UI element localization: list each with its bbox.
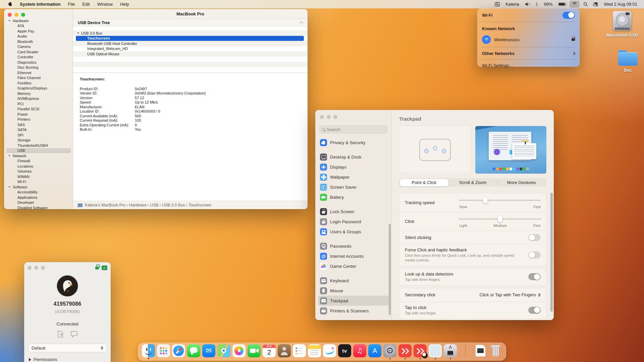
dock-app-icon[interactable] [465,345,466,357]
desktop-icon-macintosh-ssd[interactable]: Macintosh SSD [605,11,639,38]
dock-app-icon[interactable] [398,344,412,357]
usb-tree-row[interactable]: Touchscreen [73,36,308,41]
dock-item[interactable] [277,344,292,359]
sysinfo-category-item[interactable]: SATA [4,127,73,133]
force-click-toggle[interactable] [528,251,541,258]
settings-sidebar-item[interactable]: Passwords [318,241,389,251]
sidebar-scrollbar[interactable] [389,224,391,315]
dock-app-icon[interactable] [414,344,427,357]
wifi-menu-icon[interactable] [570,1,580,8]
sysinfo-category-item[interactable]: Volumes [4,169,73,174]
usb-tree-row[interactable]: Integrated_Webcam_HD [73,46,308,52]
zoom-button[interactable] [21,13,25,17]
settings-sidebar-item[interactable]: Printers & Scanners [318,306,389,316]
dock-app-icon[interactable]: ♫ [353,344,366,357]
dock-item[interactable] [458,345,473,359]
dock-app-icon[interactable] [278,344,291,357]
dock-item[interactable] [428,344,443,359]
sysinfo-category-item[interactable]: Ethernet [4,70,73,75]
settings-sidebar-item[interactable]: Keyboard [318,276,389,286]
dock-item[interactable] [216,344,231,359]
dock-app-icon[interactable] [248,344,261,357]
dock-app-icon[interactable] [489,344,502,357]
sysinfo-category-item[interactable]: NVMExpress [4,96,73,102]
usb-tree-row[interactable]: USB 3.0 Bus [73,31,308,36]
dock-app-icon[interactable]: ✉ [202,344,215,357]
dock-app-icon[interactable] [157,344,170,357]
chat-icon[interactable] [70,330,78,338]
sysinfo-category-item[interactable]: SAS [4,122,73,127]
dock-item[interactable] [322,344,337,359]
sysinfo-category-item[interactable]: Disc Burning [4,65,73,70]
dock-item[interactable] [247,344,262,359]
settings-sidebar-item[interactable]: Game Center [318,261,389,271]
zoom-button[interactable] [41,266,45,270]
dock-item[interactable] [156,344,171,359]
menu-help[interactable]: Help [116,1,133,8]
settings-sidebar-item[interactable]: Users & Groups [318,227,389,237]
dock-item[interactable] [141,344,156,359]
bluetooth-icon[interactable]: ᛒ [534,1,540,7]
usb-tree-row[interactable]: USB Optical Mouse [73,51,308,57]
usb-tree-row[interactable] [73,62,308,67]
sysinfo-category-item[interactable]: Firewall [4,159,73,164]
settings-sidebar-item[interactable]: Battery [318,192,389,202]
menu-clock[interactable]: Wed 2 Aug 09:01 [602,1,639,8]
dock-app-icon[interactable] [323,344,336,357]
desktop-icon-doc-folder[interactable]: Doc [614,50,641,73]
sysinfo-category-item[interactable]: USB [4,148,73,154]
spotlight-search-icon[interactable] [582,1,589,7]
sysinfo-category-item[interactable]: FireWire [4,80,73,86]
sysinfo-category-item[interactable]: Wi-Fi [4,179,73,185]
apple-menu-icon[interactable] [4,0,16,8]
dock-app-icon[interactable] [293,344,306,357]
dock-app-icon[interactable] [429,344,442,357]
dock-item[interactable] [397,344,413,359]
close-button[interactable] [28,266,32,270]
secondary-click-popup[interactable]: Click or Tap with Two Fingers [479,292,541,297]
close-button[interactable] [8,13,12,17]
sysinfo-category-item[interactable]: Camera [4,44,73,50]
close-button[interactable] [320,115,324,119]
sysinfo-category-item[interactable]: Disabled Software [4,205,73,209]
dock-item[interactable] [186,344,201,359]
sysinfo-category-item[interactable]: WWAN [4,174,73,179]
settings-sidebar-item[interactable]: Screen Saver [318,182,389,192]
dock-app-icon[interactable]: ⚙ [383,344,396,357]
dock-item[interactable] [413,344,428,359]
dock-app-icon[interactable]: A [368,344,381,357]
slider-thumb[interactable] [483,196,488,204]
usb-tree-row[interactable] [73,57,308,62]
sysinfo-category-item[interactable]: Developer [4,200,73,205]
tab-point-and-click[interactable]: Point & Click [400,179,448,186]
dock-app-icon[interactable]: tv [338,344,351,357]
dock-app-icon[interactable] [232,344,246,357]
dock-item[interactable]: A [367,344,382,359]
dock-app-icon[interactable]: Λ [444,344,457,357]
dock-item[interactable]: AUG 2 [262,344,277,359]
settings-sidebar-item[interactable]: Desktop & Dock [318,152,389,162]
sysinfo-category-item[interactable]: Bluetooth [4,39,73,44]
dock-item[interactable] [171,344,186,359]
dock-app-icon[interactable] [217,344,230,357]
sysinfo-category-item[interactable]: Locations [4,164,73,169]
settings-sidebar-item[interactable]: Mouse [318,286,389,296]
tab-scroll-and-zoom[interactable]: Scroll & Zoom [448,179,497,186]
dock-app-icon[interactable] [474,344,487,357]
sysinfo-category-item[interactable]: Applications [4,195,73,200]
control-center-icon[interactable] [591,1,600,7]
minimize-button[interactable] [327,115,331,119]
tap-to-click-toggle[interactable] [528,307,541,314]
dock-app-icon[interactable] [308,344,321,357]
settings-search-field[interactable]: Search [319,125,387,133]
zoom-button[interactable] [333,115,337,119]
wifi-toggle[interactable] [562,12,575,19]
sysinfo-category-item[interactable]: Controller [4,55,73,60]
usb-tree-row[interactable]: Bluetooth USB Host Controller [73,41,308,46]
settings-sidebar-item[interactable]: Wallpaper [318,172,389,182]
tab-more-gestures[interactable]: More Gestures [497,179,546,186]
sysinfo-category-item[interactable]: Card Reader [4,49,73,55]
settings-sidebar-item[interactable]: Login Password [318,217,389,227]
menu-file[interactable]: File [64,1,78,8]
menu-edit[interactable]: Edit [78,1,93,8]
